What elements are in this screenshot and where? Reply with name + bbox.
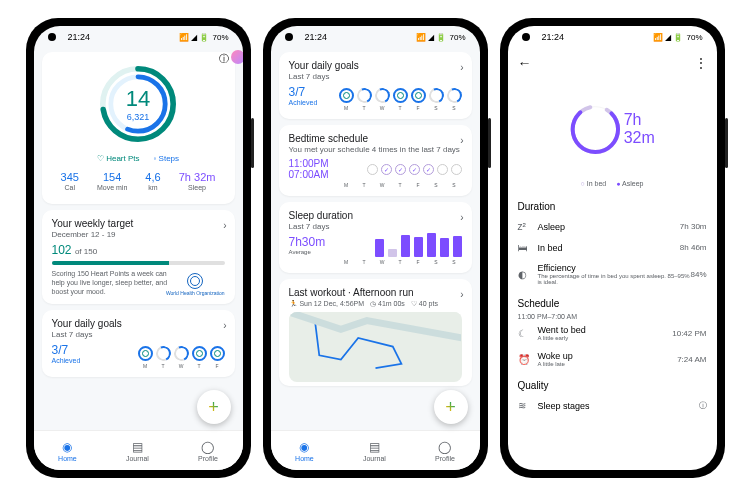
row-sleep-stages[interactable]: ≋Sleep stagesⓘ [508,395,717,416]
clock-icon: ◷ 41m 00s [370,300,405,308]
svg-point-7 [567,101,624,158]
stat-sleep[interactable]: 7h 32mSleep [179,171,216,192]
heart-icon: ♡ 40 pts [411,300,438,308]
chevron-right-icon: › [460,135,463,146]
more-icon[interactable]: ⋮ [695,56,707,70]
info-icon: ⓘ [699,400,707,411]
camera-hole [48,33,56,41]
schedule-heading: Schedule [508,298,717,309]
sleep-icon: z² [518,221,534,232]
efficiency-icon: ◐ [518,269,534,280]
steps-label[interactable]: ◦ Steps [154,154,180,163]
activity-ring[interactable]: 14 6,321 [98,64,178,144]
heart-pts-label[interactable]: ♡ Heart Pts [97,154,140,163]
weekly-target-card[interactable]: › Your weekly target December 12 - 19 10… [42,210,235,304]
chevron-right-icon: › [223,220,226,231]
chevron-right-icon: › [460,62,463,73]
chevron-right-icon: › [460,289,463,300]
workout-map[interactable] [289,312,462,382]
status-bar: 21:24 📶 ◢ 🔋70% [34,26,243,48]
fab-add-button[interactable]: + [434,390,468,424]
clock: 21:24 [68,32,91,42]
target-progress-bar [52,261,225,265]
status-icons: 📶 ◢ 🔋70% [179,33,228,42]
sleep-duration-card[interactable]: › Sleep duration Last 7 days 7h30mAverag… [279,202,472,273]
phone-1: 21:24 📶 ◢ 🔋70% ⓘ 14 6,321 [26,18,251,478]
stats-row: 345Cal 154Move min 4,6km 7h 32mSleep [52,171,225,196]
row-inbed[interactable]: 🛏In bed8h 46m [508,237,717,258]
status-bar: 21:24 📶 ◢ 🔋70% [508,26,717,48]
phone-3: 21:24 📶 ◢ 🔋70% ← ⋮ 7h 32m In bed Asleep … [500,18,725,478]
row-went-to-bed[interactable]: ☾Went to bedA little early10:42 PM [508,320,717,346]
chevron-right-icon: › [223,320,226,331]
svg-point-6 [567,101,624,158]
stat-km[interactable]: 4,6km [145,171,160,192]
fab-add-button[interactable]: + [197,390,231,424]
summary-card: ⓘ 14 6,321 ♡ Heart Pts [42,52,235,204]
daily-goals-card[interactable]: › Your daily goals Last 7 days 3/7Achiev… [279,52,472,119]
nav-profile[interactable]: ◯Profile [435,440,455,462]
stat-move[interactable]: 154Move min [97,171,127,192]
bed-icon: 🛏 [518,242,534,253]
alarm-icon: ⏰ [518,354,534,365]
duration-heading: Duration [508,201,717,212]
row-woke-up[interactable]: ⏰Woke upA little late7:24 AM [508,346,717,372]
row-efficiency[interactable]: ◐EfficiencyThe percentage of time in bed… [508,258,717,290]
nav-journal[interactable]: ▤Journal [363,440,386,462]
status-bar: 21:24 📶 ◢ 🔋70% [271,26,480,48]
run-icon: 🏃 Sun 12 Dec, 4:56PM [289,300,365,308]
bedtime-days: ✓✓✓✓ [367,164,462,175]
legend-inbed: In bed [581,180,607,187]
sleep-ring: 7h 32m [567,84,657,174]
daily-goals-card[interactable]: › Your daily goals Last 7 days 3/7Achiev… [42,310,235,377]
nav-profile[interactable]: ◯Profile [198,440,218,462]
stages-icon: ≋ [518,400,534,411]
legend-asleep: Asleep [616,180,643,187]
avatar[interactable] [231,50,243,64]
quality-heading: Quality [508,380,717,391]
phone-2: 21:24 📶 ◢ 🔋70% › Your daily goals Last 7… [263,18,488,478]
last-workout-card[interactable]: › Last workout · Afternoon run 🏃 Sun 12 … [279,279,472,386]
bottom-nav: ◉Home ▤Journal ◯Profile [34,430,243,470]
row-asleep[interactable]: z²Asleep7h 30m [508,216,717,237]
nav-home[interactable]: ◉Home [295,440,314,462]
who-logo: World Health Organization [166,273,225,296]
chevron-right-icon: › [460,212,463,223]
moon-icon: ☾ [518,328,534,339]
bedtime-card[interactable]: › Bedtime schedule You met your schedule… [279,125,472,196]
back-icon[interactable]: ← [518,55,532,71]
stat-cal[interactable]: 345Cal [61,171,79,192]
nav-journal[interactable]: ▤Journal [126,440,149,462]
nav-home[interactable]: ◉Home [58,440,77,462]
